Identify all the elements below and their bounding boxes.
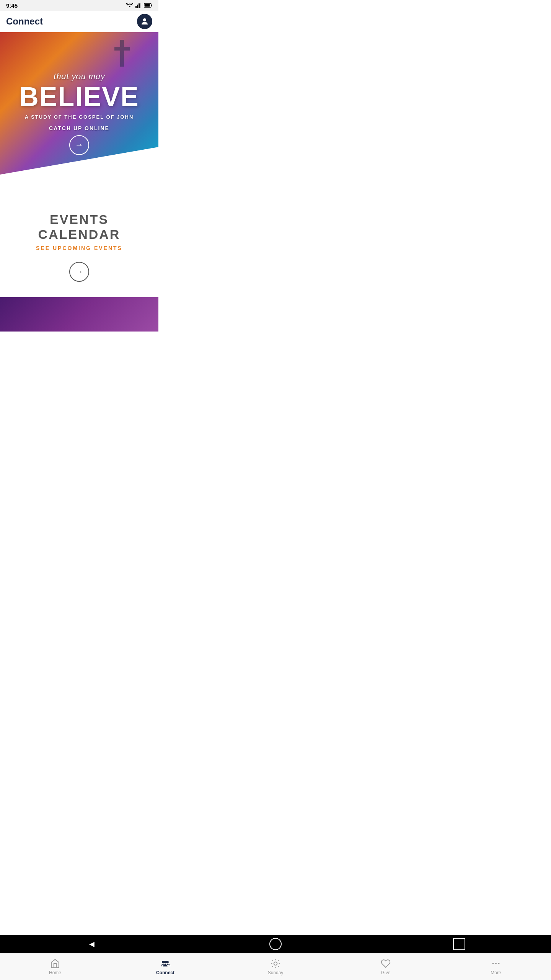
signal-icon [135, 3, 142, 8]
svg-rect-5 [152, 5, 152, 6]
status-time: 9:45 [6, 2, 18, 9]
events-cta-button[interactable]: → [69, 262, 89, 282]
app-title: Connect [6, 16, 43, 27]
hero-content: that you may BELIEVE A STUDY OF THE GOSP… [0, 32, 158, 193]
purple-teaser[interactable] [0, 297, 158, 332]
hero-banner[interactable]: that you may BELIEVE A STUDY OF THE GOSP… [0, 32, 158, 193]
svg-rect-3 [140, 3, 141, 8]
person-icon [140, 17, 149, 26]
hero-description: A STUDY OF THE GOSPEL OF JOHN [25, 114, 134, 120]
events-title: EVENTS CALENDAR [8, 212, 151, 242]
svg-point-7 [143, 18, 146, 21]
svg-rect-6 [145, 4, 150, 7]
events-subtitle: SEE UPCOMING EVENTS [36, 245, 122, 251]
wifi-icon [126, 3, 133, 8]
hero-cta-text: CATCH UP ONLINE [49, 125, 109, 131]
page-content: that you may BELIEVE A STUDY OF THE GOSP… [0, 32, 158, 377]
battery-icon [144, 3, 152, 8]
hero-main-title: BELIEVE [19, 83, 139, 110]
svg-rect-0 [135, 6, 137, 8]
hero-script-text: that you may [54, 70, 105, 82]
svg-rect-2 [139, 3, 140, 8]
status-icons [126, 3, 152, 8]
profile-button[interactable] [137, 14, 152, 29]
hero-cta-button[interactable]: → [69, 135, 89, 155]
status-bar: 9:45 [0, 0, 158, 11]
events-section: EVENTS CALENDAR SEE UPCOMING EVENTS → [0, 193, 158, 297]
svg-rect-1 [137, 5, 138, 8]
app-header: Connect [0, 11, 158, 32]
